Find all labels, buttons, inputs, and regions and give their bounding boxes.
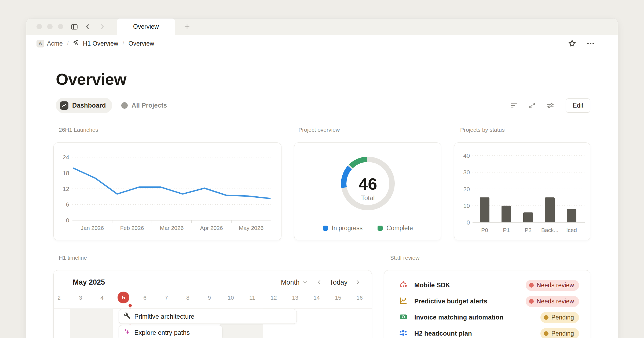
staff-row-predictive-budget-alerts[interactable]: Predictive budget alerts Needs review [399,293,579,309]
timeline-task-explore-entry-paths[interactable]: Explore entry paths [119,325,222,338]
section-label-project-overview: Project overview [298,127,340,133]
timeline-day[interactable]: 10 [220,293,241,302]
donut-legend: In progress Complete [294,225,441,232]
new-tab-icon[interactable] [182,22,192,31]
timeline-day[interactable]: 6 [134,293,156,302]
svg-text:P0: P0 [481,227,488,233]
svg-text:Feb 2026: Feb 2026 [120,225,144,231]
timeline-day[interactable]: 15 [327,293,349,302]
svg-text:20: 20 [463,186,470,193]
breadcrumb: A Acme / H1 Overview / [36,39,154,48]
edit-button[interactable]: Edit [566,98,590,113]
status-dot [544,331,548,336]
svg-text:Mar 2026: Mar 2026 [160,225,184,231]
section-label-by-status: Projects by status [460,127,505,133]
svg-text:Apr 2026: Apr 2026 [200,225,223,231]
timeline-prev-icon[interactable] [316,279,323,285]
legend-swatch-blue [323,226,328,231]
timeline-day[interactable]: 12 [263,293,284,302]
staff-row-mobile-sdk[interactable]: Mobile SDK Needs review [399,277,579,293]
view-controls-row: Dashboard All Projects Edit [53,98,590,113]
donut-total-label: Total [294,194,441,202]
section-label-launches: 26H1 Launches [59,127,98,133]
status-pill[interactable]: Needs review [526,280,579,291]
svg-text:40: 40 [463,152,470,159]
timeline-day[interactable]: 9 [199,293,220,302]
section-label-staff: Staff review [390,255,419,261]
breadcrumb-workspace[interactable]: A Acme [36,40,63,47]
timeline-card: May 2025 Month Today 2345678910111213141… [53,270,372,338]
timeline-next-icon[interactable] [354,279,361,285]
people-icon [399,328,408,338]
favorite-star-icon[interactable] [568,39,576,48]
timeline-day[interactable]: 3 [70,293,91,302]
staff-list: Mobile SDK Needs review Predictive budge… [384,270,590,338]
timeline-day[interactable]: 8 [177,293,199,302]
tab-title: Overview [133,23,159,30]
projects-by-status-bar-card: 010203040P0P1P2Back...Iced [454,142,590,240]
timeline-today-button[interactable]: Today [330,278,347,286]
timeline-view-dropdown[interactable]: Month [281,278,308,286]
timeline-task-primitive-architecture[interactable]: Primitive architecture [119,309,297,324]
today-marker-dot [129,304,132,307]
line-chart: 06121824Jan 2026Feb 2026Mar 2026Apr 2026… [54,143,281,240]
legend-in-progress: In progress [323,225,363,232]
svg-text:18: 18 [63,170,69,177]
tab-dashboard[interactable]: Dashboard [56,98,112,113]
weekend-shading [70,309,113,338]
staff-row-h2-headcount[interactable]: H2 headcount plan Pending [399,325,579,338]
bar-chart: 010203040P0P1P2Back...Iced [454,143,590,240]
forward-icon[interactable] [98,22,107,31]
breadcrumb-current-page[interactable]: Overview [129,40,154,47]
browser-tab-overview[interactable]: Overview [117,19,175,35]
svg-text:12: 12 [63,186,69,192]
timeline-day[interactable]: 11 [241,293,263,302]
telescope-icon [73,39,80,48]
timeline-day[interactable]: 16 [349,293,370,302]
sidebar-toggle-icon[interactable] [70,22,79,31]
svg-text:0: 0 [467,219,470,226]
status-dot [529,299,534,304]
expand-icon[interactable] [528,101,537,110]
back-icon[interactable] [83,22,92,31]
more-options-icon[interactable] [586,39,595,48]
workspace-avatar: A [36,40,44,47]
status-pill[interactable]: Pending [540,328,579,338]
timeline-day[interactable]: 2 [53,293,70,302]
settings-sliders-icon[interactable] [546,101,555,110]
tab-all-projects[interactable]: All Projects [117,98,173,113]
staff-row-invoice-matching[interactable]: Invoice matching automation Pending [399,309,579,325]
trend-chart-icon [399,296,408,306]
status-dot [544,315,548,320]
timeline-day[interactable]: 13 [284,293,306,302]
minimize-window-button[interactable] [47,24,53,29]
breadcrumb-separator: / [67,40,69,47]
status-pill[interactable]: Needs review [526,296,579,307]
launches-line-chart-card: 06121824Jan 2026Feb 2026Mar 2026Apr 2026… [53,142,281,240]
svg-text:P1: P1 [503,227,510,233]
breadcrumb-separator: / [122,40,125,47]
window-tab-bar: Overview [26,19,618,35]
svg-text:Jan 2026: Jan 2026 [81,225,104,231]
staff-review-card: Mobile SDK Needs review Predictive budge… [384,270,590,338]
svg-text:P2: P2 [525,227,532,233]
maximize-window-button[interactable] [58,24,63,29]
svg-text:6: 6 [66,201,69,208]
window-controls[interactable] [36,24,63,29]
close-window-button[interactable] [36,24,42,29]
donut-total-value: 46 [294,174,441,193]
timeline-day[interactable]: 14 [306,293,327,302]
timeline-day[interactable]: 4 [91,293,113,302]
filter-icon[interactable] [509,101,518,110]
svg-text:0: 0 [66,217,69,224]
timeline-day-today[interactable]: 5 [118,292,129,303]
wrench-icon [124,312,131,321]
timeline-day[interactable]: 7 [156,293,177,302]
project-overview-donut-card: 46 Total In progress Complete [294,142,441,240]
sparkles-icon [124,328,131,337]
legend-swatch-green [378,226,383,231]
section-label-timeline: H1 timeline [59,255,87,261]
status-pill[interactable]: Pending [540,312,579,323]
chevron-down-icon [302,279,308,285]
breadcrumb-parent-page[interactable]: H1 Overview [73,39,118,48]
